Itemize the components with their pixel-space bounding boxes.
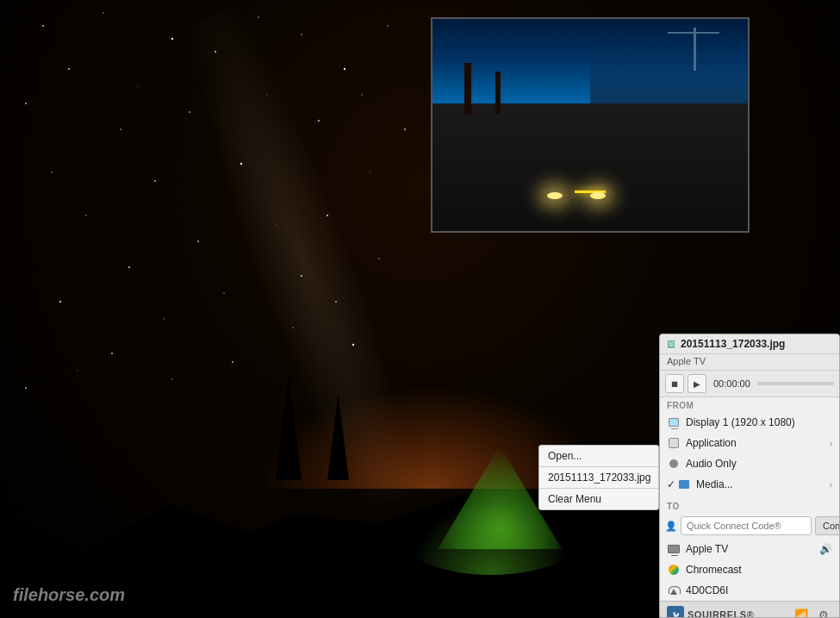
svg-point-15 (51, 172, 53, 173)
audio-icon (667, 457, 681, 471)
headlight-left (547, 192, 563, 199)
svg-point-3 (258, 16, 259, 18)
panel-footer: 🐿 SQUIRRELS® 📶 ⚙ (660, 601, 839, 618)
watermark: filehorse.com (13, 585, 125, 605)
apple-tv-label: Apple TV (686, 543, 819, 555)
panel-title: 20151113_172033.jpg (681, 338, 832, 350)
context-clear-menu[interactable]: Clear Menu (539, 489, 658, 509)
device-4d0cd6i[interactable]: 4D0CD6I (660, 580, 839, 601)
file-icon: 🖼 (667, 340, 675, 349)
display1-label: Display 1 (1920 x 1080) (686, 416, 832, 428)
svg-point-10 (25, 103, 27, 104)
monitor-icon (667, 415, 681, 429)
svg-point-25 (301, 275, 302, 277)
from-label: FROM (660, 397, 839, 412)
svg-point-9 (387, 25, 389, 27)
svg-point-5 (137, 85, 138, 86)
connect-input[interactable] (681, 516, 812, 535)
volume-icon: 🔊 (819, 543, 832, 555)
svg-point-7 (301, 34, 302, 35)
context-menu: Open... 20151113_172033.jpg Clear Menu (538, 445, 659, 510)
squirrels-text: SQUIRRELS® (688, 609, 754, 618)
4d0cd6i-label: 4D0CD6I (686, 584, 832, 596)
application-label: Application (686, 437, 830, 449)
preview-window (431, 17, 750, 233)
svg-point-11 (120, 128, 121, 130)
svg-point-21 (128, 266, 130, 268)
chromecast-icon (667, 563, 681, 577)
svg-point-12 (189, 111, 190, 113)
svg-point-0 (42, 25, 44, 27)
svg-point-6 (215, 51, 216, 53)
from-application[interactable]: Application › (660, 433, 839, 453)
watermark-text: filehorse (13, 585, 84, 604)
svg-point-27 (404, 128, 406, 130)
media-icon (677, 478, 691, 491)
svg-point-17 (240, 163, 242, 165)
palm-tree-1 (464, 63, 471, 115)
svg-point-32 (352, 344, 354, 346)
application-chevron: › (830, 439, 832, 448)
squirrels-logo: 🐿 SQUIRRELS® (667, 606, 754, 618)
context-filename[interactable]: 20151113_172033.jpg (539, 467, 658, 488)
svg-point-34 (232, 361, 233, 363)
main-panel: 🖼 20151113_172033.jpg Apple TV ⏹ ▶ 00:00… (659, 334, 840, 618)
from-media[interactable]: ✓ Media... › (660, 474, 839, 495)
airplay-icon (667, 584, 681, 597)
crane (694, 28, 696, 71)
media-label: Media... (696, 478, 830, 490)
svg-point-22 (223, 292, 225, 294)
palm-tree-2 (495, 72, 501, 115)
svg-point-29 (327, 215, 328, 216)
appletv-icon (667, 542, 681, 556)
svg-point-16 (154, 180, 156, 182)
svg-point-8 (344, 68, 345, 70)
headlight-right (590, 192, 606, 199)
progress-bar[interactable] (757, 382, 834, 385)
panel-subtitle: Apple TV (660, 354, 839, 371)
controls-row: ⏹ ▶ 00:00:00 (660, 371, 839, 397)
svg-point-2 (171, 38, 173, 40)
svg-point-28 (370, 172, 370, 172)
audio-only-label: Audio Only (686, 458, 832, 470)
svg-point-31 (335, 301, 337, 303)
svg-point-23 (59, 301, 61, 303)
device-apple-tv[interactable]: Apple TV 🔊 (660, 539, 839, 559)
svg-point-33 (292, 327, 294, 328)
media-chevron: › (830, 480, 832, 490)
car-lights (543, 165, 612, 199)
settings-icon[interactable]: ⚙ (815, 606, 832, 618)
svg-point-13 (266, 94, 267, 95)
svg-point-4 (68, 68, 70, 70)
to-label: TO (660, 498, 839, 513)
signal-icon[interactable]: 📶 (793, 606, 810, 618)
svg-point-19 (197, 240, 199, 242)
device-chromecast[interactable]: Chromecast (660, 559, 839, 580)
play-button[interactable]: ▶ (688, 374, 706, 393)
svg-point-20 (275, 223, 276, 224)
footer-icons: 📶 ⚙ (793, 606, 832, 618)
svg-point-30 (378, 258, 380, 259)
preview-scene (432, 19, 748, 231)
svg-point-38 (25, 387, 27, 389)
connect-person-icon: 👤 (665, 521, 677, 532)
squirrels-icon: 🐿 (667, 606, 684, 618)
svg-point-14 (318, 120, 320, 122)
watermark-domain: .com (84, 585, 125, 604)
media-checkmark: ✓ (667, 478, 675, 490)
road-scene (432, 103, 748, 231)
from-display1[interactable]: Display 1 (1920 x 1080) (660, 412, 839, 433)
svg-point-35 (171, 378, 173, 380)
from-audio-only[interactable]: Audio Only (660, 453, 839, 474)
svg-point-18 (85, 215, 87, 216)
svg-point-36 (111, 353, 113, 354)
svg-point-37 (77, 370, 78, 371)
panel-header: 🖼 20151113_172033.jpg (660, 334, 839, 354)
app-icon (667, 436, 681, 450)
stop-button[interactable]: ⏹ (665, 374, 684, 393)
svg-point-24 (163, 318, 165, 320)
time-display: 00:00:00 (713, 378, 750, 389)
chromecast-label: Chromecast (686, 564, 832, 576)
connect-button[interactable]: Connect (815, 516, 840, 535)
context-open[interactable]: Open... (539, 446, 658, 466)
